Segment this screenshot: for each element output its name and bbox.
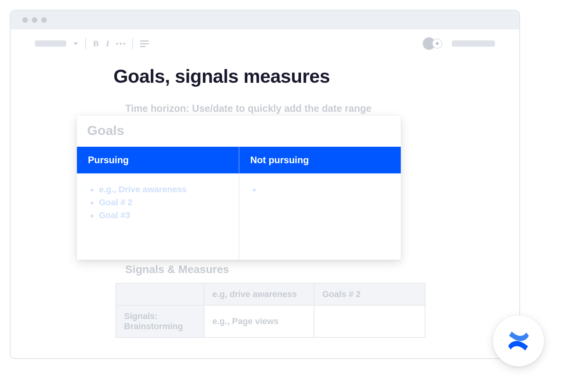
traffic-light-minimize[interactable] (32, 17, 37, 23)
table-row: e.g, drive awareness Goals # 2 (116, 283, 425, 305)
editor-toolbar: B I + (11, 29, 519, 58)
signals-cell[interactable]: e.g., Page views (204, 305, 314, 337)
confluence-icon (505, 327, 532, 355)
page-subtitle[interactable]: Time horizon: Use/date to quickly add th… (125, 103, 495, 114)
goals-header-not-pursuing[interactable]: Not pursuing (239, 147, 401, 173)
browser-chrome (11, 11, 519, 29)
pursuing-list: e.g., Drive awareness Goal # 2 Goal #3 (88, 183, 228, 222)
traffic-light-maximize[interactable] (41, 17, 47, 23)
goals-panel-title[interactable]: Goals (77, 116, 401, 147)
signals-header-col1[interactable]: e.g, drive awareness (204, 283, 314, 305)
goals-pursuing-cell[interactable]: e.g., Drive awareness Goal # 2 Goal #3 (77, 173, 239, 260)
signals-row-label[interactable]: Signals: Brainstorming (116, 305, 204, 337)
signals-header-col2[interactable]: Goals # 2 (314, 283, 425, 305)
traffic-light-close[interactable] (22, 17, 28, 23)
signals-table: e.g, drive awareness Goals # 2 Signals: … (115, 283, 425, 338)
toolbar-right: + (423, 37, 495, 50)
avatar-group: + (423, 37, 442, 50)
confluence-badge[interactable] (493, 315, 544, 366)
list-item[interactable]: Goal # 2 (88, 196, 228, 209)
goals-header-pursuing[interactable]: Pursuing (77, 147, 239, 173)
signals-heading[interactable]: Signals & Measures (125, 263, 495, 276)
bold-button[interactable]: B (93, 38, 99, 49)
more-formatting-icon[interactable] (116, 43, 125, 45)
toolbar-divider (85, 38, 86, 49)
goals-not-pursuing-cell[interactable] (239, 173, 401, 260)
list-item[interactable]: Goal #3 (88, 209, 228, 222)
italic-button[interactable]: I (106, 38, 110, 49)
toolbar-left: B I (35, 38, 149, 49)
table-row: e.g., Drive awareness Goal # 2 Goal #3 (77, 173, 401, 260)
signals-header-blank[interactable] (116, 283, 204, 305)
add-collaborator-button[interactable]: + (432, 38, 442, 49)
chevron-down-icon[interactable] (73, 42, 78, 45)
align-icon[interactable] (140, 40, 149, 47)
list-item[interactable]: e.g., Drive awareness (88, 183, 228, 196)
toolbar-divider (132, 38, 133, 49)
table-row: Signals: Brainstorming e.g., Page views (116, 305, 425, 337)
goals-table: Pursuing Not pursuing e.g., Drive awaren… (77, 147, 401, 260)
table-row: Pursuing Not pursuing (77, 147, 401, 173)
page-title[interactable]: Goals, signals measures (113, 66, 495, 87)
action-button-placeholder[interactable] (452, 40, 495, 47)
signals-cell[interactable] (314, 305, 425, 337)
style-selector-placeholder[interactable] (35, 40, 66, 47)
goals-panel: Goals Pursuing Not pursuing e.g., Drive … (77, 116, 401, 260)
